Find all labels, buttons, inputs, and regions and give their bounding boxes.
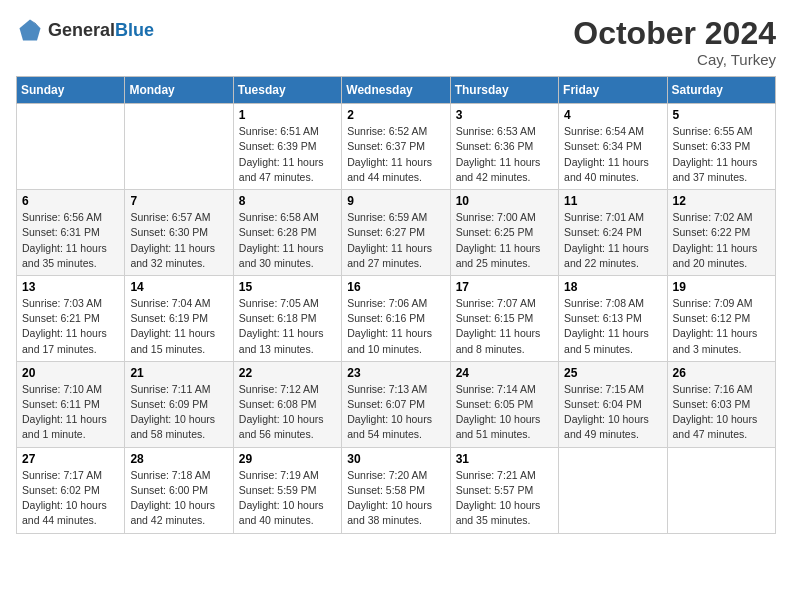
column-header-saturday: Saturday (667, 77, 775, 104)
day-number: 17 (456, 280, 553, 294)
cell-info: Sunrise: 7:06 AMSunset: 6:16 PMDaylight:… (347, 296, 444, 357)
calendar-cell: 6Sunrise: 6:56 AMSunset: 6:31 PMDaylight… (17, 190, 125, 276)
calendar-cell: 24Sunrise: 7:14 AMSunset: 6:05 PMDayligh… (450, 361, 558, 447)
day-number: 3 (456, 108, 553, 122)
day-number: 31 (456, 452, 553, 466)
cell-info: Sunrise: 6:52 AMSunset: 6:37 PMDaylight:… (347, 124, 444, 185)
calendar-cell: 16Sunrise: 7:06 AMSunset: 6:16 PMDayligh… (342, 275, 450, 361)
column-header-wednesday: Wednesday (342, 77, 450, 104)
calendar-cell: 22Sunrise: 7:12 AMSunset: 6:08 PMDayligh… (233, 361, 341, 447)
day-number: 23 (347, 366, 444, 380)
calendar-cell: 20Sunrise: 7:10 AMSunset: 6:11 PMDayligh… (17, 361, 125, 447)
calendar-cell: 9Sunrise: 6:59 AMSunset: 6:27 PMDaylight… (342, 190, 450, 276)
cell-info: Sunrise: 7:14 AMSunset: 6:05 PMDaylight:… (456, 382, 553, 443)
day-number: 19 (673, 280, 770, 294)
cell-info: Sunrise: 6:59 AMSunset: 6:27 PMDaylight:… (347, 210, 444, 271)
cell-info: Sunrise: 7:00 AMSunset: 6:25 PMDaylight:… (456, 210, 553, 271)
calendar-cell: 11Sunrise: 7:01 AMSunset: 6:24 PMDayligh… (559, 190, 667, 276)
calendar-cell: 14Sunrise: 7:04 AMSunset: 6:19 PMDayligh… (125, 275, 233, 361)
day-number: 21 (130, 366, 227, 380)
logo-text-general: General (48, 21, 115, 39)
cell-info: Sunrise: 7:16 AMSunset: 6:03 PMDaylight:… (673, 382, 770, 443)
cell-info: Sunrise: 7:01 AMSunset: 6:24 PMDaylight:… (564, 210, 661, 271)
day-number: 28 (130, 452, 227, 466)
day-number: 10 (456, 194, 553, 208)
calendar-cell: 28Sunrise: 7:18 AMSunset: 6:00 PMDayligh… (125, 447, 233, 533)
column-header-thursday: Thursday (450, 77, 558, 104)
cell-info: Sunrise: 7:12 AMSunset: 6:08 PMDaylight:… (239, 382, 336, 443)
cell-info: Sunrise: 7:21 AMSunset: 5:57 PMDaylight:… (456, 468, 553, 529)
calendar-cell: 7Sunrise: 6:57 AMSunset: 6:30 PMDaylight… (125, 190, 233, 276)
cell-info: Sunrise: 7:04 AMSunset: 6:19 PMDaylight:… (130, 296, 227, 357)
title-block: October 2024 Cay, Turkey (573, 16, 776, 68)
calendar-cell (125, 104, 233, 190)
cell-info: Sunrise: 7:20 AMSunset: 5:58 PMDaylight:… (347, 468, 444, 529)
cell-info: Sunrise: 7:10 AMSunset: 6:11 PMDaylight:… (22, 382, 119, 443)
column-header-monday: Monday (125, 77, 233, 104)
cell-info: Sunrise: 7:02 AMSunset: 6:22 PMDaylight:… (673, 210, 770, 271)
calendar-cell: 21Sunrise: 7:11 AMSunset: 6:09 PMDayligh… (125, 361, 233, 447)
cell-info: Sunrise: 6:55 AMSunset: 6:33 PMDaylight:… (673, 124, 770, 185)
calendar-cell: 19Sunrise: 7:09 AMSunset: 6:12 PMDayligh… (667, 275, 775, 361)
calendar-cell: 18Sunrise: 7:08 AMSunset: 6:13 PMDayligh… (559, 275, 667, 361)
day-number: 15 (239, 280, 336, 294)
cell-info: Sunrise: 7:15 AMSunset: 6:04 PMDaylight:… (564, 382, 661, 443)
calendar-cell: 10Sunrise: 7:00 AMSunset: 6:25 PMDayligh… (450, 190, 558, 276)
calendar-cell: 15Sunrise: 7:05 AMSunset: 6:18 PMDayligh… (233, 275, 341, 361)
day-number: 18 (564, 280, 661, 294)
calendar-cell: 4Sunrise: 6:54 AMSunset: 6:34 PMDaylight… (559, 104, 667, 190)
day-number: 11 (564, 194, 661, 208)
day-number: 7 (130, 194, 227, 208)
calendar-cell: 25Sunrise: 7:15 AMSunset: 6:04 PMDayligh… (559, 361, 667, 447)
calendar-week-row: 6Sunrise: 6:56 AMSunset: 6:31 PMDaylight… (17, 190, 776, 276)
cell-info: Sunrise: 6:58 AMSunset: 6:28 PMDaylight:… (239, 210, 336, 271)
month-title: October 2024 (573, 16, 776, 51)
calendar-cell (559, 447, 667, 533)
location: Cay, Turkey (573, 51, 776, 68)
day-number: 22 (239, 366, 336, 380)
logo-icon (16, 16, 44, 44)
calendar-cell: 8Sunrise: 6:58 AMSunset: 6:28 PMDaylight… (233, 190, 341, 276)
calendar-cell (667, 447, 775, 533)
cell-info: Sunrise: 7:07 AMSunset: 6:15 PMDaylight:… (456, 296, 553, 357)
calendar-cell: 17Sunrise: 7:07 AMSunset: 6:15 PMDayligh… (450, 275, 558, 361)
day-number: 1 (239, 108, 336, 122)
day-number: 24 (456, 366, 553, 380)
calendar-header-row: SundayMondayTuesdayWednesdayThursdayFrid… (17, 77, 776, 104)
cell-info: Sunrise: 7:09 AMSunset: 6:12 PMDaylight:… (673, 296, 770, 357)
calendar-cell: 29Sunrise: 7:19 AMSunset: 5:59 PMDayligh… (233, 447, 341, 533)
svg-marker-0 (20, 20, 41, 41)
day-number: 30 (347, 452, 444, 466)
day-number: 26 (673, 366, 770, 380)
cell-info: Sunrise: 6:53 AMSunset: 6:36 PMDaylight:… (456, 124, 553, 185)
cell-info: Sunrise: 7:17 AMSunset: 6:02 PMDaylight:… (22, 468, 119, 529)
day-number: 4 (564, 108, 661, 122)
calendar-cell: 30Sunrise: 7:20 AMSunset: 5:58 PMDayligh… (342, 447, 450, 533)
calendar-cell: 1Sunrise: 6:51 AMSunset: 6:39 PMDaylight… (233, 104, 341, 190)
cell-info: Sunrise: 7:11 AMSunset: 6:09 PMDaylight:… (130, 382, 227, 443)
column-header-friday: Friday (559, 77, 667, 104)
day-number: 12 (673, 194, 770, 208)
day-number: 20 (22, 366, 119, 380)
day-number: 8 (239, 194, 336, 208)
column-header-tuesday: Tuesday (233, 77, 341, 104)
day-number: 2 (347, 108, 444, 122)
cell-info: Sunrise: 6:51 AMSunset: 6:39 PMDaylight:… (239, 124, 336, 185)
calendar-table: SundayMondayTuesdayWednesdayThursdayFrid… (16, 76, 776, 533)
calendar-cell: 12Sunrise: 7:02 AMSunset: 6:22 PMDayligh… (667, 190, 775, 276)
page-header: General Blue October 2024 Cay, Turkey (16, 16, 776, 68)
cell-info: Sunrise: 7:18 AMSunset: 6:00 PMDaylight:… (130, 468, 227, 529)
column-header-sunday: Sunday (17, 77, 125, 104)
calendar-week-row: 13Sunrise: 7:03 AMSunset: 6:21 PMDayligh… (17, 275, 776, 361)
day-number: 13 (22, 280, 119, 294)
calendar-cell: 27Sunrise: 7:17 AMSunset: 6:02 PMDayligh… (17, 447, 125, 533)
day-number: 14 (130, 280, 227, 294)
day-number: 6 (22, 194, 119, 208)
calendar-cell: 2Sunrise: 6:52 AMSunset: 6:37 PMDaylight… (342, 104, 450, 190)
logo-text-blue: Blue (115, 21, 154, 39)
cell-info: Sunrise: 7:13 AMSunset: 6:07 PMDaylight:… (347, 382, 444, 443)
cell-info: Sunrise: 7:05 AMSunset: 6:18 PMDaylight:… (239, 296, 336, 357)
day-number: 25 (564, 366, 661, 380)
cell-info: Sunrise: 7:08 AMSunset: 6:13 PMDaylight:… (564, 296, 661, 357)
day-number: 27 (22, 452, 119, 466)
